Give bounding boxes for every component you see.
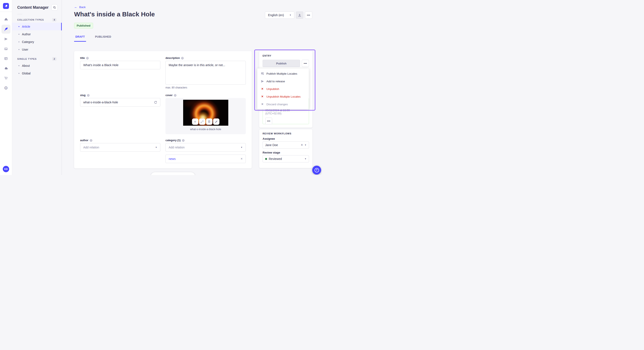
- slug-field-label: slug: [80, 94, 86, 97]
- tab-draft[interactable]: DRAFT: [74, 35, 86, 42]
- field-description: description Maybe the answer is in this …: [166, 57, 246, 89]
- field-author: author Add relation ▼: [80, 139, 160, 163]
- sidebar-item-label: Global: [22, 72, 30, 75]
- description-helper: max. 80 characters: [166, 86, 246, 89]
- rail-nav: ⚙: [2, 15, 10, 92]
- schedule-more-button[interactable]: •••: [265, 118, 272, 124]
- header-controls: English (en) ▼ •••: [265, 11, 312, 19]
- globe-icon: [90, 139, 92, 142]
- menu-item-label: Unpublish: [266, 87, 279, 91]
- rail-divider: [0, 12, 12, 12]
- user-avatar[interactable]: KD: [3, 166, 9, 172]
- stage-status-dot: [265, 158, 267, 160]
- tab-published[interactable]: PUBLISHED: [94, 35, 112, 42]
- single-types-label: SINGLE TYPES: [17, 58, 37, 60]
- sidebar-item-label: Author: [22, 32, 31, 36]
- settings-gear-icon[interactable]: ⚙: [2, 83, 10, 92]
- collection-types-section: COLLECTION TYPES 4 Article Author Catego…: [12, 17, 62, 53]
- sidebar-item-category[interactable]: Category: [12, 38, 62, 46]
- edit-media-button[interactable]: [213, 118, 219, 125]
- field-category: category (1) Add relation ▼ news ×: [166, 139, 246, 163]
- search-icon: [53, 6, 56, 9]
- header-more-button[interactable]: •••: [305, 11, 312, 19]
- releases-icon[interactable]: [2, 34, 10, 43]
- sidebar-item-user[interactable]: User: [12, 46, 62, 53]
- clear-assignee-icon[interactable]: ×: [301, 143, 303, 147]
- help-button[interactable]: ?: [312, 166, 321, 175]
- publish-button[interactable]: Publish: [262, 60, 300, 67]
- menu-item-publish-multiple-locales[interactable]: Publish Multiple Locales: [257, 70, 309, 77]
- review-stage-value: Reviewed: [269, 157, 282, 161]
- bullet-icon: [18, 34, 20, 35]
- category-placeholder: Add relation: [169, 146, 185, 149]
- title-input-value: What's inside a Black Hole: [83, 63, 118, 67]
- floating-action-bar: [151, 172, 195, 175]
- category-relation-link[interactable]: news: [169, 157, 176, 161]
- cover-image-black-hole[interactable]: [183, 100, 228, 126]
- entry-more-button[interactable]: •••: [302, 60, 309, 67]
- bullet-icon: [18, 41, 20, 42]
- assignee-value: Jane Doe: [265, 143, 278, 147]
- home-icon[interactable]: [2, 15, 10, 24]
- review-workflows-panel: REVIEW WORKFLOWS Assignee Jane Doe × ▼ R…: [259, 129, 312, 168]
- regenerate-icon[interactable]: [154, 101, 157, 104]
- review-stage-select[interactable]: Reviewed ▼: [262, 155, 309, 163]
- delete-media-button[interactable]: [206, 118, 212, 125]
- sidebar-item-article[interactable]: Article: [12, 23, 62, 30]
- paper-plane-icon: [261, 80, 264, 83]
- menu-item-unpublish-multiple-locales[interactable]: × Unpublish Multiple Locales: [257, 93, 309, 100]
- title-input[interactable]: What's inside a Black Hole: [80, 61, 160, 69]
- search-button[interactable]: [51, 4, 58, 11]
- marketplace-cart-icon[interactable]: [2, 74, 10, 82]
- slug-input[interactable]: what-s-inside-a-black-hole: [80, 98, 160, 107]
- locale-select[interactable]: English (en) ▼: [265, 11, 294, 19]
- single-types-section: SINGLE TYPES 2 About Global: [12, 56, 62, 77]
- back-label: Back: [79, 5, 86, 9]
- content-manager-icon[interactable]: [2, 25, 10, 34]
- assignee-select[interactable]: Jane Doe × ▼: [262, 141, 309, 149]
- layout-icon[interactable]: [2, 54, 10, 63]
- author-relation-select[interactable]: Add relation ▼: [80, 143, 160, 152]
- cover-actions: [192, 118, 219, 125]
- single-types-count: 2: [52, 57, 56, 61]
- sidebar-title: Content Manager: [17, 5, 48, 10]
- sidebar-item-label: Category: [22, 40, 34, 44]
- description-textarea[interactable]: Maybe the answer is in this article, or …: [166, 61, 246, 85]
- description-value: Maybe the answer is in this article, or …: [169, 63, 225, 67]
- cloud-icon[interactable]: [2, 64, 10, 73]
- main-content: ← Back What's inside a Black Hole Englis…: [62, 0, 322, 175]
- cross-icon: ×: [261, 87, 264, 91]
- entry-form-card: title What's inside a Black Hole descrip…: [74, 51, 252, 169]
- add-media-button[interactable]: [192, 118, 198, 125]
- media-library-icon[interactable]: [2, 44, 10, 53]
- status-badge: Published: [74, 23, 93, 28]
- menu-item-label: Publish Multiple Locales: [266, 72, 297, 75]
- cover-caption: what-s-inside-a-black-hole: [166, 128, 246, 131]
- chevron-down-icon: ▼: [304, 144, 306, 146]
- title-field-label: title: [80, 57, 85, 59]
- globe-icon: [87, 94, 90, 97]
- field-title: title What's inside a Black Hole: [80, 57, 160, 89]
- scheduled-date: 09/11/2024 at 16:00 (UTC+02:00): [265, 109, 306, 115]
- nav-rail: ⚙ KD: [0, 0, 12, 175]
- download-icon: [298, 13, 301, 17]
- category-relation-select[interactable]: Add relation ▼: [166, 143, 246, 152]
- entry-actions-menu: Publish Multiple Locales Add to release …: [257, 68, 309, 109]
- plus-icon: [194, 120, 197, 123]
- sidebar-item-global[interactable]: Global: [12, 70, 62, 77]
- description-field-label: description: [166, 57, 180, 59]
- bullet-icon: [18, 26, 20, 27]
- strapi-logo[interactable]: [3, 3, 9, 9]
- field-cover: cover: [166, 94, 246, 134]
- menu-item-add-to-release[interactable]: Add to release: [257, 77, 309, 85]
- copy-link-button[interactable]: [199, 118, 205, 125]
- export-button[interactable]: [296, 11, 303, 19]
- chevron-down-icon: ▼: [304, 158, 306, 160]
- back-link[interactable]: ← Back: [74, 5, 86, 9]
- sidebar-item-author[interactable]: Author: [12, 30, 62, 38]
- remove-relation-icon[interactable]: ×: [241, 157, 242, 161]
- menu-item-label: Add to release: [266, 80, 285, 83]
- menu-item-unpublish[interactable]: × Unpublish: [257, 85, 309, 93]
- sidebar-item-about[interactable]: About: [12, 62, 62, 70]
- collection-types-label: COLLECTION TYPES: [17, 18, 44, 21]
